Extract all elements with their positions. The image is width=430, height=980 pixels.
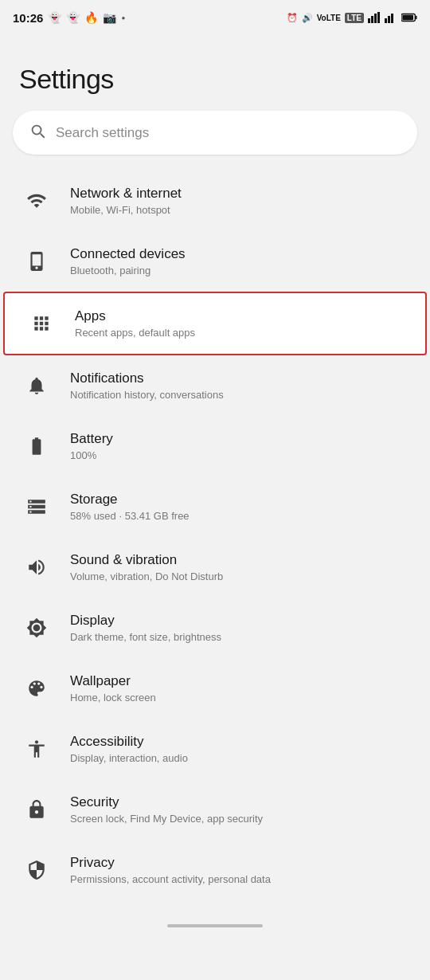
sound-subtitle: Volume, vibration, Do Not Disturb <box>70 570 411 582</box>
security-subtitle: Screen lock, Find My Device, app securit… <box>70 813 411 825</box>
security-content: Security Screen lock, Find My Device, ap… <box>70 794 411 825</box>
svg-rect-4 <box>385 18 387 23</box>
connected-subtitle: Bluetooth, pairing <box>70 265 411 276</box>
alarm-icon: ⏰ <box>287 13 298 23</box>
connected-icon <box>19 244 54 279</box>
display-content: Display Dark theme, font size, brightnes… <box>70 613 411 643</box>
svg-rect-1 <box>371 16 373 23</box>
search-bar[interactable]: Search settings <box>13 111 417 155</box>
accessibility-subtitle: Display, interaction, audio <box>70 752 411 764</box>
network-content: Network & internet Mobile, Wi-Fi, hotspo… <box>70 186 411 216</box>
settings-item-display[interactable]: Display Dark theme, font size, brightnes… <box>0 598 430 658</box>
storage-title: Storage <box>70 492 411 508</box>
page-title: Settings <box>19 64 411 95</box>
battery-subtitle: 100% <box>70 449 411 461</box>
storage-content: Storage 58% used · 53.41 GB free <box>70 492 411 522</box>
search-placeholder: Search settings <box>56 125 149 141</box>
settings-item-connected[interactable]: Connected devices Bluetooth, pairing <box>0 231 430 292</box>
search-icon <box>29 122 46 143</box>
battery-settings-icon <box>19 429 54 464</box>
snapchat-icon: 👻 <box>48 11 61 24</box>
accessibility-title: Accessibility <box>70 734 411 750</box>
display-icon <box>19 610 54 645</box>
status-bar-left: 10:26 👻 👻 🔥 📷 ● <box>13 11 125 25</box>
accessibility-content: Accessibility Display, interaction, audi… <box>70 734 411 764</box>
connected-content: Connected devices Bluetooth, pairing <box>70 246 411 276</box>
notifications-subtitle: Notification history, conversations <box>70 389 411 401</box>
display-title: Display <box>70 613 411 629</box>
time-display: 10:26 <box>13 11 43 25</box>
status-bar-right: ⏰ 🔊 VoLTE LTE <box>287 12 417 23</box>
volume-icon: 🔊 <box>302 13 313 23</box>
settings-item-accessibility[interactable]: Accessibility Display, interaction, audi… <box>0 719 430 779</box>
privacy-content: Privacy Permissions, account activity, p… <box>70 855 411 885</box>
settings-item-battery[interactable]: Battery 100% <box>0 416 430 476</box>
storage-icon <box>19 489 54 524</box>
settings-item-storage[interactable]: Storage 58% used · 53.41 GB free <box>0 476 430 537</box>
privacy-title: Privacy <box>70 855 411 871</box>
wallpaper-icon <box>19 671 54 706</box>
dot-icon: ● <box>121 14 125 22</box>
snapchat2-icon: 👻 <box>66 11 80 24</box>
settings-item-wallpaper[interactable]: Wallpaper Home, lock screen <box>0 658 430 719</box>
apps-content: Apps Recent apps, default apps <box>75 308 406 339</box>
privacy-subtitle: Permissions, account activity, personal … <box>70 873 411 885</box>
network-title: Network & internet <box>70 186 411 202</box>
settings-item-notifications[interactable]: Notifications Notification history, conv… <box>0 355 430 416</box>
security-icon <box>19 792 54 827</box>
svg-rect-6 <box>391 14 393 23</box>
battery-content: Battery 100% <box>70 431 411 461</box>
search-container[interactable]: Search settings <box>0 111 430 171</box>
page-header: Settings <box>0 32 430 111</box>
sound-icon <box>19 550 54 585</box>
settings-item-apps[interactable]: Apps Recent apps, default apps <box>3 292 427 355</box>
network-subtitle: Mobile, Wi-Fi, hotspot <box>70 204 411 216</box>
storage-subtitle: 58% used · 53.41 GB free <box>70 510 411 522</box>
signal-icon <box>368 12 381 23</box>
volte-icon: VoLTE <box>317 14 341 22</box>
display-subtitle: Dark theme, font size, brightness <box>70 631 411 643</box>
apps-subtitle: Recent apps, default apps <box>75 327 406 339</box>
svg-rect-9 <box>416 16 417 20</box>
svg-rect-8 <box>402 15 413 20</box>
apps-title: Apps <box>75 308 406 324</box>
settings-item-sound[interactable]: Sound & vibration Volume, vibration, Do … <box>0 537 430 598</box>
apps-icon <box>24 306 59 341</box>
settings-list: Network & internet Mobile, Wi-Fi, hotspo… <box>0 171 430 916</box>
privacy-icon <box>19 853 54 888</box>
instagram-icon: 📷 <box>103 11 116 24</box>
battery-title: Battery <box>70 431 411 447</box>
svg-rect-5 <box>388 16 390 23</box>
wifi-signal-icon <box>385 12 397 23</box>
notifications-content: Notifications Notification history, conv… <box>70 370 411 401</box>
sound-title: Sound & vibration <box>70 552 411 568</box>
security-title: Security <box>70 794 411 810</box>
bottom-nav-bar <box>0 916 430 940</box>
svg-rect-2 <box>374 14 377 23</box>
notifications-icon <box>19 368 54 403</box>
sound-content: Sound & vibration Volume, vibration, Do … <box>70 552 411 582</box>
settings-item-security[interactable]: Security Screen lock, Find My Device, ap… <box>0 779 430 840</box>
lte-icon: LTE <box>345 13 364 23</box>
wallpaper-subtitle: Home, lock screen <box>70 692 411 704</box>
accessibility-icon <box>19 731 54 766</box>
status-bar: 10:26 👻 👻 🔥 📷 ● ⏰ 🔊 VoLTE LTE <box>0 0 430 32</box>
wallpaper-title: Wallpaper <box>70 673 411 689</box>
fire-icon: 🔥 <box>84 11 98 24</box>
connected-title: Connected devices <box>70 246 411 262</box>
settings-item-privacy[interactable]: Privacy Permissions, account activity, p… <box>0 840 430 900</box>
svg-rect-3 <box>377 12 380 23</box>
battery-icon <box>401 13 417 22</box>
svg-rect-0 <box>368 18 370 23</box>
notifications-title: Notifications <box>70 370 411 386</box>
settings-item-network[interactable]: Network & internet Mobile, Wi-Fi, hotspo… <box>0 171 430 231</box>
wallpaper-content: Wallpaper Home, lock screen <box>70 673 411 704</box>
nav-indicator <box>167 924 263 927</box>
network-icon <box>19 183 54 218</box>
